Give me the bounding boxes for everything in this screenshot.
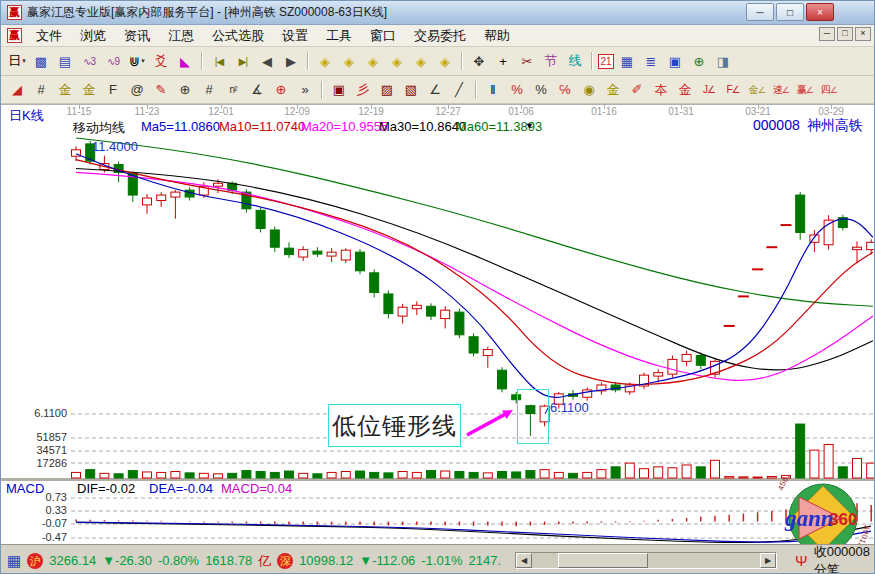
hammer-highlight-box [517,389,549,444]
shenzhen-value: 10998.12 [299,553,353,568]
stock-code: 000008 [753,117,800,133]
price-label-top: 11.4000 [92,139,138,154]
date-tick [371,104,372,109]
shanghai-badge-icon: 沪 [27,553,43,569]
tab-daily-kline: 日K线 [9,107,44,125]
ma-overlay-title: 移动均线 [73,119,125,137]
volume-axis-label: 51857 [21,431,67,443]
market-grid-icon[interactable]: ▦ [7,552,21,570]
macd-macd-value: MACD=0.04 [221,481,292,496]
macd-axis-label: -0.47 [21,531,67,543]
ma-line-Ma5 [76,154,873,398]
scroll-left-button[interactable]: ◀ [516,553,532,568]
cursor-marker-icon: ▼ [525,121,534,131]
shanghai-value: -0.80% [158,553,199,568]
shenzhen-index-values: 10998.12▼-112.06-1.01%2147. [299,553,501,568]
macd-axis-label: 0.73 [21,491,67,503]
shanghai-value: ▼-26.30 [102,553,152,568]
macd-axis-label: -0.07 [21,517,67,529]
scroll-right-button[interactable]: ▶ [760,553,776,568]
macd-axis-label: 0.33 [21,504,67,516]
date-tick [604,104,605,109]
volume-axis-label: 17286 [21,457,67,469]
volume-axis-label: 34571 [21,444,67,456]
amount-unit: 亿 [258,552,271,570]
logo-word: gann [784,506,834,531]
feed-status-text: 收000008分笔 [814,543,875,574]
date-tick [221,104,222,109]
ma-value-label: Ma30=10.8640 [379,119,466,134]
date-tick [448,104,449,109]
support-line-price-label: 6.1100 [21,407,67,419]
ma-line-Ma60 [76,138,873,306]
ma-value-label: Ma5=11.0860 [141,119,220,134]
shanghai-value: 1618.78 [205,553,252,568]
date-tick [147,104,148,109]
macd-dif-value: DIF=-0.02 [77,481,135,496]
shenzhen-value: ▼-112.06 [359,553,415,568]
shanghai-index-values: 3266.14▼-26.30-0.80%1618.78 [49,553,252,568]
data-feed-icon: Ψ [795,552,808,569]
date-tick [681,104,682,109]
status-bar: ▦ 沪 3266.14▼-26.30-0.80%1618.78 亿 深 1099… [1,546,875,574]
shanghai-value: 3266.14 [49,553,96,568]
annotation-hammer-label: 低位锤形线 [328,404,461,447]
application-window: 赢 赢家江恩专业版[赢家内部服务平台] - [神州高铁 SZ000008-63日… [0,0,875,574]
annotation-arrow [467,413,508,435]
ma-value-label: Ma20=10.9555 [301,119,388,134]
horizontal-scrollbar[interactable]: ◀ ▶ [515,552,777,569]
low-price-tag: 6.1100 [550,400,589,415]
shenzhen-value: 2147. [469,553,502,568]
logo-number: 360 [829,510,857,529]
shenzhen-badge-icon: 深 [277,553,293,569]
macd-dea-value: DEA=-0.04 [149,481,213,496]
date-tick [758,104,759,109]
ma-value-label: Ma10=11.0740 [219,119,305,134]
shenzhen-value: -1.01% [421,553,462,568]
date-tick [831,104,832,109]
scroll-thumb[interactable] [558,553,648,568]
stock-name: 神州高铁 [807,117,863,135]
date-tick [79,104,80,109]
date-tick [521,104,522,109]
date-tick [297,104,298,109]
